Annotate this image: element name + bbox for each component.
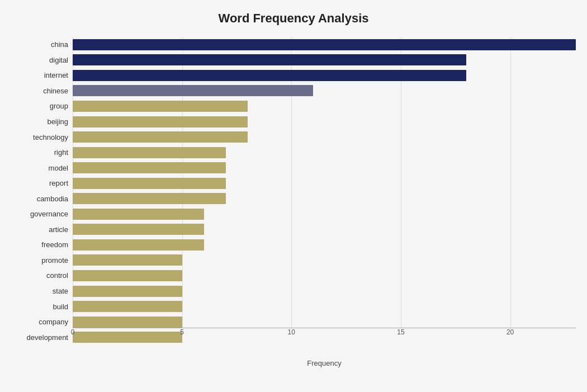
bar-row-control xyxy=(73,268,576,283)
y-label-china: china xyxy=(11,41,68,48)
bar-row-state xyxy=(73,284,576,299)
bar-row-article xyxy=(73,222,576,237)
bar-control xyxy=(73,270,182,281)
x-axis-label: Frequency xyxy=(73,359,576,367)
bar-report xyxy=(73,178,226,189)
bar-row-digital xyxy=(73,53,576,67)
bar-build xyxy=(73,301,182,312)
bar-row-beijing xyxy=(73,115,576,129)
y-label-group: group xyxy=(11,102,68,110)
y-label-article: article xyxy=(11,226,68,233)
chart-container: Word Frequency Analysis chinadigitalinte… xyxy=(0,0,587,392)
bar-row-group xyxy=(73,99,576,114)
bar-group xyxy=(73,101,248,112)
x-tick-5: 5 xyxy=(180,328,184,336)
y-label-report: report xyxy=(11,180,68,187)
bar-chinese xyxy=(73,85,313,96)
bar-row-model xyxy=(73,160,576,175)
x-axis: Frequency 05101520 xyxy=(73,328,576,345)
bar-governance xyxy=(73,209,204,220)
bar-row-chinese xyxy=(73,83,576,98)
x-tick-10: 10 xyxy=(288,328,295,336)
y-label-development: development xyxy=(11,334,68,341)
plot-area: Frequency 05101520 xyxy=(73,37,576,345)
bar-row-freedom xyxy=(73,238,576,252)
chart-area: chinadigitalinternetchinesegroupbeijingt… xyxy=(11,37,576,345)
y-axis: chinadigitalinternetchinesegroupbeijingt… xyxy=(11,37,73,345)
bar-cambodia xyxy=(73,193,226,204)
bar-right xyxy=(73,147,226,158)
bar-row-right xyxy=(73,145,576,160)
bar-row-governance xyxy=(73,207,576,221)
y-label-internet: internet xyxy=(11,72,68,79)
y-label-digital: digital xyxy=(11,56,68,64)
bar-technology xyxy=(73,131,248,143)
y-label-build: build xyxy=(11,303,68,310)
y-label-model: model xyxy=(11,164,68,172)
bar-row-company xyxy=(73,315,576,329)
y-label-freedom: freedom xyxy=(11,241,68,248)
bar-row-report xyxy=(73,176,576,191)
bar-row-cambodia xyxy=(73,191,576,206)
y-label-technology: technology xyxy=(11,134,68,141)
bar-promote xyxy=(73,254,182,266)
y-label-control: control xyxy=(11,272,68,279)
chart-title: Word Frequency Analysis xyxy=(11,11,576,26)
bar-row-internet xyxy=(73,68,576,83)
bar-china xyxy=(73,39,576,50)
y-label-company: company xyxy=(11,318,68,325)
y-label-state: state xyxy=(11,287,68,295)
bar-model xyxy=(73,162,226,173)
y-label-governance: governance xyxy=(11,210,68,218)
bar-article xyxy=(73,224,204,235)
bar-row-promote xyxy=(73,253,576,267)
x-tick-0: 0 xyxy=(71,328,75,336)
bar-row-china xyxy=(73,37,576,52)
y-label-cambodia: cambodia xyxy=(11,195,68,202)
bar-digital xyxy=(73,54,466,65)
bar-internet xyxy=(73,70,466,81)
bar-row-build xyxy=(73,299,576,314)
x-tick-15: 15 xyxy=(397,328,404,336)
bar-row-technology xyxy=(73,130,576,144)
bar-state xyxy=(73,286,182,297)
bar-beijing xyxy=(73,116,248,127)
y-label-promote: promote xyxy=(11,257,68,264)
x-tick-20: 20 xyxy=(506,328,514,336)
y-label-beijing: beijing xyxy=(11,118,68,125)
y-label-chinese: chinese xyxy=(11,87,68,95)
y-label-right: right xyxy=(11,149,68,156)
bar-company xyxy=(73,317,182,328)
bar-freedom xyxy=(73,239,204,251)
